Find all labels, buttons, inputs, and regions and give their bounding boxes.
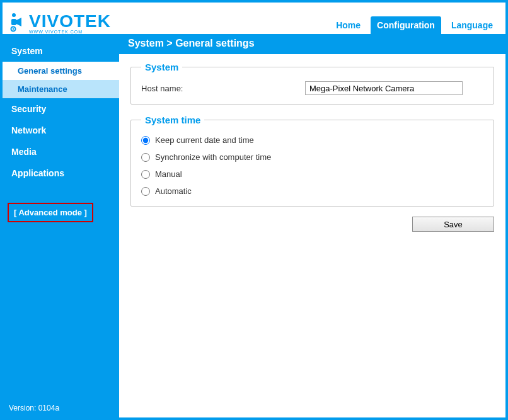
nav-language[interactable]: Language — [445, 16, 499, 34]
advanced-mode-button[interactable]: [ Advanced mode ] — [8, 203, 93, 222]
sidebar: System General settings Maintenance Secu… — [3, 34, 119, 417]
time-label-sync: Synchronize with computer time — [155, 152, 271, 162]
time-label-auto: Automatic — [155, 186, 192, 196]
breadcrumb: System > General settings — [119, 34, 505, 54]
hostname-label: Host name: — [141, 84, 299, 93]
button-row: Save — [130, 217, 494, 232]
content: System Host name: System time Keep curre… — [119, 54, 505, 417]
time-option-sync[interactable]: Synchronize with computer time — [141, 152, 483, 162]
sidebar-item-applications[interactable]: Applications — [3, 162, 119, 184]
svg-point-4 — [13, 28, 14, 30]
brand-logo: VIVOTEK WWW.VIVOTEK.COM — [10, 13, 111, 34]
time-radio-keep[interactable] — [141, 136, 150, 145]
svg-point-0 — [12, 13, 16, 17]
time-label-keep: Keep current date and time — [155, 135, 254, 145]
version-label: Version: 0104a — [9, 404, 59, 412]
svg-rect-1 — [11, 19, 16, 25]
time-options: Keep current date and time Synchronize w… — [141, 134, 483, 197]
sidebar-item-system[interactable]: System — [3, 40, 119, 62]
hostname-row: Host name: — [141, 81, 483, 95]
time-option-auto[interactable]: Automatic — [141, 186, 483, 196]
nav-configuration[interactable]: Configuration — [371, 16, 441, 34]
save-button[interactable]: Save — [412, 217, 494, 232]
time-radio-sync[interactable] — [141, 153, 150, 162]
header: VIVOTEK WWW.VIVOTEK.COM Home Configurati… — [3, 3, 505, 34]
sidebar-item-network[interactable]: Network — [3, 120, 119, 141]
time-option-manual[interactable]: Manual — [141, 169, 483, 179]
hostname-input[interactable] — [305, 81, 463, 95]
nav-home[interactable]: Home — [330, 16, 367, 34]
fieldset-system: System Host name: — [130, 62, 494, 105]
time-radio-auto[interactable] — [141, 187, 150, 196]
svg-marker-2 — [16, 18, 21, 26]
sidebar-sub-general-settings[interactable]: General settings — [3, 62, 119, 80]
legend-system: System — [141, 62, 182, 72]
brand-name: VIVOTEK — [29, 13, 111, 30]
fieldset-system-time: System time Keep current date and time S… — [130, 115, 494, 207]
top-nav: Home Configuration Language — [330, 3, 499, 34]
content-wrap: System > General settings System Host na… — [119, 34, 505, 417]
legend-system-time: System time — [141, 115, 204, 125]
sidebar-item-media[interactable]: Media — [3, 141, 119, 162]
sidebar-item-security[interactable]: Security — [3, 98, 119, 120]
brand-sub: WWW.VIVOTEK.COM — [29, 30, 111, 34]
sidebar-sub-maintenance[interactable]: Maintenance — [3, 80, 119, 98]
brand-icon — [10, 13, 26, 33]
time-radio-manual[interactable] — [141, 170, 150, 179]
time-label-manual: Manual — [155, 169, 182, 179]
main-area: System General settings Maintenance Secu… — [3, 34, 505, 417]
sidebar-sub-system: General settings Maintenance — [3, 62, 119, 98]
time-option-keep[interactable]: Keep current date and time — [141, 135, 483, 145]
